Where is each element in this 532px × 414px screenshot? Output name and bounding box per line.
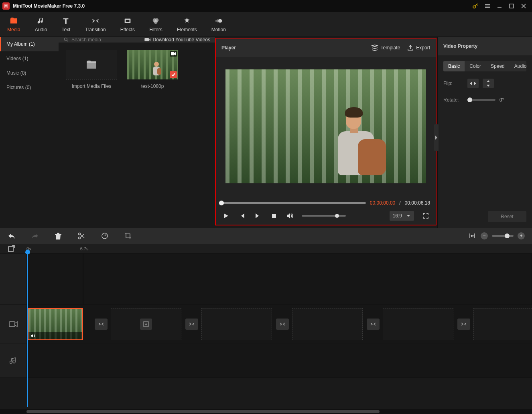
tab-text[interactable]: Text [60,15,72,34]
tab-media[interactable]: Media [6,15,22,34]
playhead[interactable] [27,253,28,407]
download-youtube-button[interactable]: Download YouTube Videos [144,37,210,43]
search-input[interactable] [71,37,120,43]
svg-point-6 [154,20,158,24]
tab-motion[interactable]: Motion [210,15,227,34]
property-panel: Video Property Basic Color Speed Audio F… [437,37,532,228]
split-button[interactable] [77,231,86,240]
media-panel: My Album (1) Videos (1) Music (0) Pictur… [0,37,215,228]
svg-point-10 [64,38,67,41]
template-button[interactable]: Template [371,45,400,51]
redo-button[interactable] [30,231,39,240]
download-label: Download YouTube Videos [153,37,210,43]
fullscreen-button[interactable] [421,211,430,220]
transition-slot[interactable] [95,319,108,330]
empty-slot[interactable] [473,308,532,340]
delete-button[interactable] [54,231,63,240]
reset-button[interactable]: Reset [488,211,526,222]
volume-slider[interactable] [302,215,346,217]
svg-rect-16 [171,52,174,55]
transition-slot[interactable] [276,319,289,330]
video-track-header [0,305,26,343]
tab-transition[interactable]: Transition [83,15,107,34]
flip-horizontal-button[interactable] [467,79,479,88]
close-button[interactable] [518,2,530,10]
transition-slot[interactable] [185,319,198,330]
collapse-panel-button[interactable] [434,124,439,151]
svg-rect-1 [510,4,514,8]
rotate-label: Rotate: [443,97,463,103]
media-clip[interactable]: test-1080p [127,50,178,89]
svg-rect-15 [157,68,161,75]
album-my-album[interactable]: My Album (1) [0,37,59,51]
music-note-icon [10,357,17,365]
app-title: MiniTool MovieMaker Free 7.3.0 [13,3,85,9]
empty-slot[interactable] [111,308,181,340]
prop-tab-color[interactable]: Color [465,61,486,71]
audio-track-header [0,343,26,377]
zoom-in-button[interactable]: + [518,232,525,239]
video-badge-icon [170,51,177,57]
prop-tab-audio[interactable]: Audio [510,61,526,71]
next-frame-button[interactable] [254,211,262,220]
transition-slot[interactable] [367,319,380,330]
prop-tab-basic[interactable]: Basic [443,61,465,71]
transition-slot[interactable] [457,319,470,330]
aspect-ratio-select[interactable]: 16:9 [390,211,414,221]
add-track-button[interactable] [7,245,15,253]
flip-vertical-button[interactable] [483,79,494,88]
transition-icon [279,321,286,327]
crop-button[interactable] [124,231,132,240]
album-music[interactable]: Music (0) [0,66,59,80]
prev-frame-button[interactable] [238,211,246,220]
undo-button[interactable] [7,231,16,240]
album-label: Pictures (0) [6,85,31,90]
tab-label: Effects [120,27,135,32]
zoom-slider[interactable] [492,235,514,237]
tab-elements[interactable]: Elements [175,15,199,34]
timeline-scrollbar[interactable] [0,409,532,414]
maximize-button[interactable] [506,2,518,10]
video-track[interactable] [26,305,532,343]
tab-filters[interactable]: Filters [148,15,164,34]
album-list: My Album (1) Videos (1) Music (0) Pictur… [0,37,59,96]
minimize-button[interactable] [493,2,506,10]
svg-rect-3 [126,20,129,22]
aspect-value: 16:9 [393,213,402,219]
tab-effects[interactable]: Effects [119,15,136,34]
tab-label: Media [7,27,20,32]
tab-label: Elements [177,27,197,32]
seek-slider[interactable] [221,202,366,204]
time-separator: / [399,200,400,206]
menu-button[interactable] [481,2,493,10]
upgrade-key-icon[interactable] [469,2,481,10]
timeline-clip[interactable] [28,308,83,340]
album-label: Music (0) [6,70,26,76]
fit-timeline-button[interactable] [468,231,477,240]
tab-audio[interactable]: Audio [33,15,49,34]
prop-tab-speed[interactable]: Speed [486,61,510,71]
empty-slot[interactable] [201,308,272,340]
empty-slot[interactable] [383,308,453,340]
player-title: Player [221,45,236,51]
zoom-out-button[interactable]: − [481,232,488,239]
ruler[interactable]: 0s 6.7s [0,244,532,254]
time-current: 00:00:00.00 [370,200,395,206]
stop-button[interactable] [270,211,278,220]
clip-audio-icon [28,332,82,339]
speed-button[interactable] [100,231,109,240]
svg-rect-12 [87,63,96,69]
tab-label: Transition [85,27,106,32]
svg-rect-17 [272,214,276,218]
empty-slot[interactable] [292,308,363,340]
video-track-icon [9,321,18,328]
preview-frame [225,69,426,183]
album-pictures[interactable]: Pictures (0) [0,80,59,95]
play-button[interactable] [221,211,230,220]
audio-track[interactable] [26,343,532,377]
volume-button[interactable] [286,211,294,220]
import-tile[interactable]: Import Media Files [66,50,117,89]
export-button[interactable]: Export [407,45,430,51]
rotate-slider[interactable] [467,99,495,101]
album-videos[interactable]: Videos (1) [0,51,59,66]
